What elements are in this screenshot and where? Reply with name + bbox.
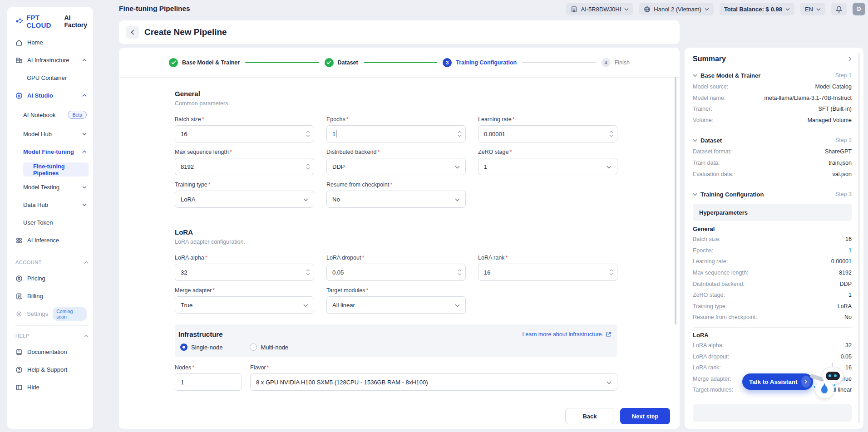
grid-icon [15, 237, 23, 244]
talk-to-assistant-button[interactable]: Talk to Assistant [742, 373, 813, 390]
sidebar-item-documentation[interactable]: Documentation [15, 343, 89, 361]
chevron-right-icon[interactable] [848, 56, 852, 62]
summary-scrollbar[interactable] [858, 53, 860, 423]
distributed-backend-select[interactable]: DDP [326, 158, 466, 175]
sidebar: FPT CLOUD AI Factory Home AI Infrastruct… [7, 7, 93, 429]
sidebar-item-fine-tuning-pipelines[interactable]: Fine-tuning Pipelines [23, 162, 89, 177]
lora-rank-input[interactable]: 16 [478, 264, 617, 281]
check-circle-icon [325, 58, 334, 67]
number-spinner[interactable] [609, 126, 613, 142]
flavor-select[interactable]: 8 x GPU NVIDIA H100 SXM5 (128CPU - 1536G… [250, 373, 617, 391]
user-avatar[interactable]: D [853, 3, 865, 15]
zero-stage-select[interactable]: 1 [478, 158, 617, 175]
epochs-input[interactable]: 1 [326, 125, 466, 142]
max-sequence-length-input[interactable]: 8192 [175, 158, 314, 175]
chevron-down-icon [607, 163, 612, 170]
batch-size-input[interactable]: 16 [175, 125, 314, 142]
region-selector[interactable]: Hanoi 2 (Vietnam) [639, 3, 714, 15]
book-icon [15, 349, 23, 356]
account-id: AI-5R8DWJ0HI [581, 6, 621, 13]
number-spinner[interactable] [609, 264, 613, 280]
number-spinner[interactable] [458, 264, 462, 280]
chevron-down-icon [455, 163, 460, 170]
field-lora-rank: LoRA rank* 16 [478, 255, 617, 281]
home-icon [15, 39, 23, 46]
summary-row: Model name: meta-llama/Llama-3.1-70B-Ins… [693, 93, 852, 104]
lora-section-title: LoRA [175, 228, 617, 236]
panel-left-icon [15, 384, 23, 391]
general-section-title: General [175, 90, 617, 98]
balance-label: Total Balance: $ [724, 6, 769, 13]
number-spinner[interactable] [458, 126, 462, 142]
sidebar-section-account[interactable]: ACCOUNT [15, 255, 89, 270]
sidebar-item-ai-studio[interactable]: AI Studio [15, 87, 89, 104]
summary-section-dataset[interactable]: Dataset Step 2 [693, 134, 852, 146]
summary-lora-title: LoRA [693, 332, 852, 339]
infrastructure-learn-more-link[interactable]: Learn more about infrastructure. [522, 331, 611, 338]
infrastructure-icon [15, 57, 23, 64]
page-header: Create New Pipeline [119, 20, 680, 44]
merge-adapter-select[interactable]: True [175, 296, 314, 314]
chevron-down-icon [693, 193, 697, 196]
lora-alpha-input[interactable]: 32 [175, 264, 314, 281]
number-spinner[interactable] [306, 126, 310, 142]
summary-row: Epochs: 1 [693, 245, 852, 256]
nodes-input[interactable]: 1 [175, 373, 242, 391]
multi-node-radio[interactable]: Multi-node [250, 344, 288, 351]
account-selector[interactable]: AI-5R8DWJ0HI [566, 3, 633, 15]
number-spinner[interactable] [306, 264, 310, 280]
chevron-up-icon [84, 261, 89, 264]
gear-icon [15, 310, 22, 318]
sidebar-section-help[interactable]: HELP [15, 329, 89, 343]
summary-section-base[interactable]: Base Model & Trainer Step 1 [693, 69, 852, 81]
field-flavor: Flavor* 8 x GPU NVIDIA H100 SXM5 (128CPU… [250, 364, 617, 391]
main-scrollbar[interactable] [675, 77, 676, 324]
sidebar-item-hide[interactable]: Hide [15, 378, 89, 396]
sidebar-item-model-hub[interactable]: Model Hub [15, 125, 89, 143]
language-selector[interactable]: EN [800, 3, 825, 15]
sidebar-item-ai-inference[interactable]: AI Inference [15, 231, 89, 249]
step-training-configuration[interactable]: 3 Training Configuration [443, 58, 517, 67]
sidebar-item-model-testing[interactable]: Model Testing [15, 178, 89, 196]
summary-row: Resume from checkpoint: No [693, 312, 852, 323]
learning-rate-input[interactable]: 0.00001 [478, 125, 617, 142]
target-modules-select[interactable]: All linear [326, 296, 466, 314]
lora-dropout-input[interactable]: 0.05 [326, 264, 466, 281]
sidebar-item-data-hub[interactable]: Data Hub [15, 196, 89, 214]
step-finish[interactable]: 4 Finish [602, 58, 630, 67]
next-step-button[interactable]: Next step [620, 408, 670, 424]
back-button[interactable] [126, 26, 139, 39]
lora-section-desc: LoRA adapter configuration. [175, 239, 617, 245]
sidebar-item-user-token[interactable]: User Token [15, 214, 89, 231]
wizard-footer: Back Next step [565, 408, 670, 424]
fpt-molecule-icon [15, 17, 23, 26]
back-step-button[interactable]: Back [565, 408, 614, 424]
sidebar-item-gpu-container[interactable]: GPU Container [15, 69, 89, 87]
billing-icon [15, 293, 23, 300]
sidebar-item-model-fine-tuning[interactable]: Model Fine-tuning [15, 143, 89, 161]
sidebar-item-billing[interactable]: Billing [15, 287, 89, 305]
step-dataset[interactable]: Dataset [325, 58, 358, 67]
training-type-select[interactable]: LoRA [175, 191, 314, 208]
sidebar-item-settings: Settings Coming soon [15, 305, 89, 323]
chevron-up-icon [82, 59, 87, 62]
assistant-robot-mascot[interactable]: ✦ ✦ [809, 363, 850, 402]
field-target-modules: Target modules* All linear [326, 287, 466, 314]
sidebar-item-home[interactable]: Home [15, 34, 89, 51]
summary-row: Volume: Managed Volume [693, 115, 852, 126]
sidebar-item-ai-infrastructure[interactable]: AI Infrastructure [15, 51, 89, 69]
balance-selector[interactable]: Total Balance: $ 0.98 [720, 3, 794, 15]
summary-section-training[interactable]: Training Configuration Step 3 [693, 188, 852, 200]
radio-unselected-icon [250, 344, 257, 351]
brand-logo[interactable]: FPT CLOUD AI Factory [15, 14, 89, 29]
chevron-down-icon [693, 74, 697, 77]
stepper: Base Model & Trainer Dataset 3 Training … [119, 48, 680, 78]
sidebar-item-help-support[interactable]: Help & Support [15, 361, 89, 378]
number-spinner[interactable] [306, 158, 310, 175]
notifications-button[interactable] [831, 3, 847, 15]
resume-from-checkpoint-select[interactable]: No [326, 191, 466, 208]
single-node-radio[interactable]: Single-node [180, 344, 222, 351]
step-base-model[interactable]: Base Model & Trainer [169, 58, 240, 67]
sidebar-item-ai-notebook[interactable]: AI Notebook Beta [15, 104, 89, 125]
sidebar-item-pricing[interactable]: Pricing [15, 270, 89, 287]
